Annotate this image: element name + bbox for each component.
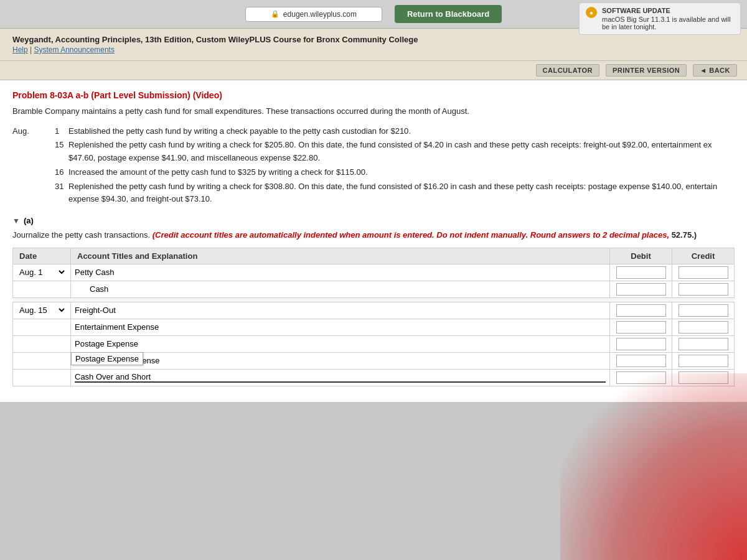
debit-cell (610, 264, 672, 281)
account-cell (71, 369, 610, 386)
trans-text: Increased the amount of the petty cash f… (68, 166, 735, 179)
credit-cell (672, 369, 735, 386)
credit-cell (672, 302, 735, 319)
trans-day: 15 (50, 139, 68, 165)
calculator-button[interactable]: CALCULATOR (536, 64, 599, 77)
col-credit: Credit (672, 248, 735, 264)
col-date: Date (13, 248, 71, 264)
debit-cell (610, 335, 672, 352)
trans-month (12, 180, 50, 207)
date-cell-empty (13, 335, 71, 352)
sw-update-message: macOS Big Sur 11.3.1 is available and wi… (602, 16, 734, 30)
debit-input-7[interactable] (616, 371, 666, 384)
trans-text: Replenished the petty cash fund by writi… (68, 139, 735, 165)
account-input-postage[interactable] (75, 339, 606, 348)
section-a-header: ▼ (a) (12, 216, 735, 225)
date-select-aug1[interactable]: Aug. 1 (17, 267, 67, 278)
problem-description: Bramble Company maintains a petty cash f… (12, 105, 735, 118)
credit-input-7[interactable] (679, 371, 728, 384)
section-toggle-button[interactable]: ▼ (12, 217, 20, 225)
debit-input-5[interactable] (616, 338, 666, 350)
trans-month: Aug. (12, 125, 50, 138)
account-input-entertainment[interactable] (75, 322, 606, 332)
section-a-label: (a) (24, 216, 34, 225)
account-cell (71, 352, 610, 369)
separator-row (13, 297, 735, 302)
account-cell (71, 302, 610, 319)
journal-table: Date Account Titles and Explanation Debi… (12, 248, 735, 386)
date-cell-empty (13, 369, 71, 386)
table-row (13, 281, 735, 297)
table-row: Postage Expense (13, 335, 735, 352)
debit-input-2[interactable] (616, 283, 666, 296)
section-a-instruction: Journalize the petty cash transactions. … (12, 229, 735, 241)
debit-input-4[interactable] (616, 321, 666, 334)
debit-cell (610, 302, 672, 319)
account-input-petty-cash[interactable] (75, 268, 606, 277)
trans-text: Replenished the petty cash fund by writi… (68, 180, 735, 207)
list-item: 31 Replenished the petty cash fund by wr… (12, 180, 735, 207)
credit-cell (672, 281, 735, 297)
date-cell-empty (13, 352, 71, 369)
credit-cell (672, 264, 735, 281)
credit-input-3[interactable] (679, 304, 728, 317)
credit-cell (672, 319, 735, 335)
main-content: Weygandt, Accounting Principles, 13th Ed… (0, 29, 747, 402)
credit-input-5[interactable] (679, 338, 728, 350)
account-input-cash[interactable] (90, 284, 606, 294)
list-item: 15 Replenished the petty cash fund by wr… (12, 139, 735, 165)
debit-input-1[interactable] (616, 266, 666, 279)
table-row (13, 319, 735, 335)
browser-bar: 🔒 edugen.wileyplus.com Return to Blackbo… (0, 0, 747, 29)
printer-version-button[interactable]: PRINTER VERSION (606, 64, 687, 77)
url-bar: 🔒 edugen.wileyplus.com (245, 7, 382, 22)
credit-input-6[interactable] (679, 355, 728, 367)
date-select-aug15[interactable]: Aug. 15 (17, 305, 67, 315)
url-text: edugen.wileyplus.com (283, 10, 357, 19)
table-row: Aug. 1 (13, 264, 735, 281)
debit-input-6[interactable] (616, 355, 666, 367)
table-row: Aug. 15 (13, 302, 735, 319)
page-title: Weygandt, Accounting Principles, 13th Ed… (12, 35, 735, 44)
nav-announcements-link[interactable]: System Announcements (34, 45, 114, 54)
problem-title: Problem 8-03A a-b (Part Level Submission… (12, 90, 735, 100)
trans-text: Established the petty cash fund by writi… (68, 125, 735, 138)
page-nav: Help | System Announcements (12, 45, 735, 54)
debit-input-3[interactable] (616, 304, 666, 317)
autocomplete-dropdown[interactable]: Postage Expense (71, 352, 143, 365)
lock-icon: 🔒 (271, 10, 280, 18)
credit-cell (672, 352, 735, 369)
account-input-freight-out[interactable] (75, 306, 606, 315)
list-item: 16 Increased the amount of the petty cas… (12, 166, 735, 179)
debit-cell (610, 319, 672, 335)
date-cell-empty (13, 281, 71, 297)
trans-day: 31 (50, 180, 68, 207)
date-cell: Aug. 1 (13, 264, 71, 281)
col-account: Account Titles and Explanation (71, 248, 610, 264)
transactions-list: Aug. 1 Established the petty cash fund b… (12, 125, 735, 207)
credit-cell (672, 335, 735, 352)
col-debit: Debit (610, 248, 672, 264)
credit-input-1[interactable] (679, 266, 728, 279)
date-cell-empty (13, 319, 71, 335)
table-row (13, 369, 735, 386)
credit-input-4[interactable] (679, 321, 728, 334)
date-cell: Aug. 15 (13, 302, 71, 319)
debit-cell (610, 352, 672, 369)
toolbar: CALCULATOR PRINTER VERSION ◄ BACK (0, 61, 747, 80)
debit-cell (610, 281, 672, 297)
software-update-icon: ● (586, 7, 597, 18)
trans-day: 1 (50, 125, 68, 138)
software-update-notification: ● SOFTWARE UPDATE macOS Big Sur 11.3.1 i… (579, 2, 741, 35)
account-cell (71, 264, 610, 281)
account-input-misc[interactable] (75, 356, 606, 365)
return-to-blackboard-button[interactable]: Return to Blackboard (395, 5, 502, 23)
trans-month (12, 139, 50, 165)
sw-update-title: SOFTWARE UPDATE (602, 7, 734, 14)
account-input-cash-over-short[interactable] (75, 372, 606, 383)
credit-input-2[interactable] (679, 283, 728, 296)
nav-help-link[interactable]: Help (12, 45, 28, 54)
back-button[interactable]: ◄ BACK (693, 64, 737, 77)
account-cell (71, 281, 610, 297)
account-cell-postage: Postage Expense (71, 335, 610, 352)
